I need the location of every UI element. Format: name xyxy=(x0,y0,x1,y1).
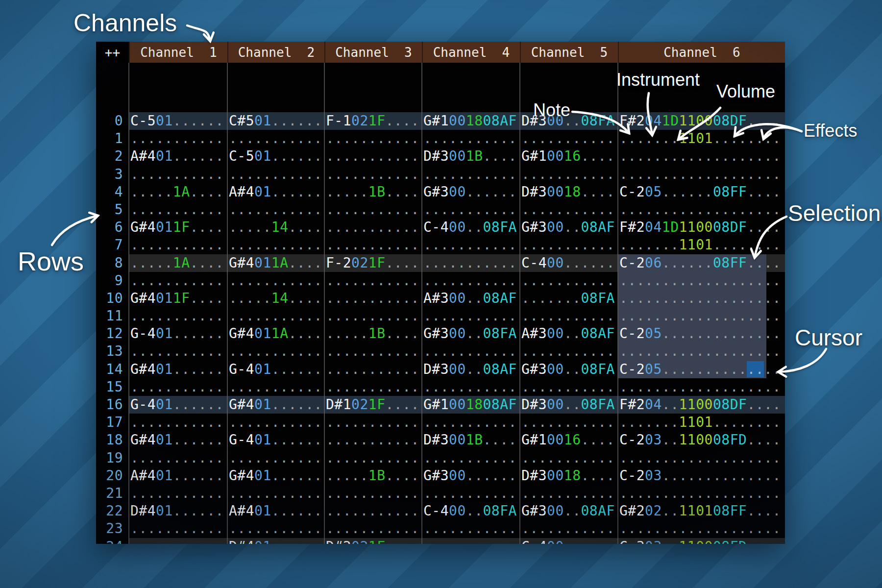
pattern-cell-ch1-row18[interactable]: G#401...... xyxy=(129,431,227,449)
pattern-cell-ch6-row21[interactable]: ................... xyxy=(618,485,785,502)
pattern-cell-ch2-row6[interactable]: .....14.... xyxy=(227,219,324,236)
pattern-cell-ch2-row5[interactable]: ........... xyxy=(227,201,324,219)
pattern-cell-ch4-row21[interactable]: ........... xyxy=(422,485,520,502)
pattern-cell-ch1-row21[interactable]: ........... xyxy=(129,485,227,502)
pattern-cell-ch6-row15[interactable]: ................... xyxy=(618,378,785,396)
channel-header-1[interactable]: Channel 1 xyxy=(129,42,227,63)
pattern-cell-ch6-row19[interactable]: ................... xyxy=(618,449,785,467)
pattern-cell-ch5-row20[interactable]: D#30018.... xyxy=(520,467,618,485)
pattern-cell-ch2-row7[interactable]: ........... xyxy=(227,236,324,254)
pattern-cell-ch6-row16[interactable]: F#204..110008DF.... xyxy=(618,396,785,414)
pattern-cell-ch3-row24[interactable]: D#2021F.... xyxy=(324,538,422,544)
pattern-cell-ch5-row0[interactable]: D#300..08FA xyxy=(520,112,618,130)
pattern-cell-ch3-row14[interactable]: ........... xyxy=(324,361,422,378)
pattern-cell-ch6-row24[interactable]: C-303..110008FD.... xyxy=(618,538,785,544)
pattern-cell-ch1-row4[interactable]: .....1A.... xyxy=(129,183,227,201)
pattern-cell-ch5-row14[interactable]: G#300..08FA xyxy=(520,361,618,378)
pattern-cell-ch6-row12[interactable]: C-205.............. xyxy=(618,325,785,343)
pattern-cell-ch5-row21[interactable]: ........... xyxy=(520,485,618,502)
pattern-cell-ch4-row17[interactable]: ........... xyxy=(422,414,520,431)
pattern-cell-ch5-row22[interactable]: G#300..08AF xyxy=(520,502,618,520)
pattern-cell-ch1-row13[interactable]: ........... xyxy=(129,343,227,360)
pattern-cell-ch4-row23[interactable]: ........... xyxy=(422,520,520,538)
pattern-cell-ch4-row3[interactable]: ........... xyxy=(422,166,520,183)
pattern-cell-ch1-row23[interactable]: ........... xyxy=(129,520,227,538)
pattern-cell-ch5-row10[interactable]: .......08FA xyxy=(520,290,618,307)
pattern-cell-ch3-row7[interactable]: ........... xyxy=(324,236,422,254)
pattern-cell-ch4-row13[interactable]: ........... xyxy=(422,343,520,360)
pattern-cell-ch1-row20[interactable]: A#401...... xyxy=(129,467,227,485)
pattern-cell-ch1-row5[interactable]: ........... xyxy=(129,201,227,219)
pattern-cell-ch2-row9[interactable]: ........... xyxy=(227,272,324,290)
pattern-cell-ch3-row16[interactable]: D#1021F.... xyxy=(324,396,422,414)
pattern-cell-ch3-row1[interactable]: ........... xyxy=(324,130,422,147)
pattern-cell-ch3-row19[interactable]: ........... xyxy=(324,449,422,467)
pattern-cell-ch3-row18[interactable]: ........... xyxy=(324,431,422,449)
pattern-cell-ch5-row4[interactable]: D#30018.... xyxy=(520,183,618,201)
pattern-cell-ch4-row16[interactable]: G#1001808AF xyxy=(422,396,520,414)
pattern-cell-ch4-row8[interactable]: ........... xyxy=(422,254,520,272)
pattern-cell-ch6-row10[interactable]: ................... xyxy=(618,290,785,307)
pattern-corner-button[interactable]: ++ xyxy=(96,42,129,63)
pattern-cell-ch3-row21[interactable]: ........... xyxy=(324,485,422,502)
pattern-cell-ch1-row1[interactable]: ........... xyxy=(129,130,227,147)
pattern-cell-ch4-row18[interactable]: D#3001B.... xyxy=(422,431,520,449)
pattern-cell-ch1-row11[interactable]: ........... xyxy=(129,307,227,325)
pattern-cell-ch4-row15[interactable]: ........... xyxy=(422,378,520,396)
pattern-cell-ch6-row3[interactable]: ................... xyxy=(618,166,785,183)
pattern-cell-ch3-row6[interactable]: ........... xyxy=(324,219,422,236)
pattern-cell-ch2-row16[interactable]: G#401...... xyxy=(227,396,324,414)
pattern-cell-ch2-row22[interactable]: A#401...... xyxy=(227,502,324,520)
channel-header-6[interactable]: Channel 6 xyxy=(618,42,785,63)
pattern-cell-ch4-row6[interactable]: C-400..08FA xyxy=(422,219,520,236)
pattern-cell-ch1-row7[interactable]: ........... xyxy=(129,236,227,254)
pattern-cell-ch3-row20[interactable]: .....1B.... xyxy=(324,467,422,485)
pattern-cell-ch3-row10[interactable]: ........... xyxy=(324,290,422,307)
pattern-cell-ch6-row11[interactable]: ................... xyxy=(618,307,785,325)
pattern-cell-ch5-row23[interactable]: ........... xyxy=(520,520,618,538)
pattern-cell-ch6-row5[interactable]: ................... xyxy=(618,201,785,219)
pattern-cell-ch6-row13[interactable]: ................... xyxy=(618,343,785,360)
pattern-cell-ch6-row14[interactable]: C-205.............. xyxy=(618,361,785,378)
pattern-cell-ch2-row2[interactable]: C-501...... xyxy=(227,147,324,165)
pattern-cell-ch1-row12[interactable]: G-401...... xyxy=(129,325,227,343)
pattern-cell-ch3-row11[interactable]: ........... xyxy=(324,307,422,325)
channel-header-5[interactable]: Channel 5 xyxy=(520,42,618,63)
pattern-cell-ch5-row9[interactable]: ........... xyxy=(520,272,618,290)
pattern-cell-ch5-row16[interactable]: D#300..08FA xyxy=(520,396,618,414)
pattern-cell-ch5-row2[interactable]: G#10016.... xyxy=(520,147,618,165)
pattern-cell-ch6-row18[interactable]: C-203..110008FD.... xyxy=(618,431,785,449)
pattern-cell-ch2-row23[interactable]: ........... xyxy=(227,520,324,538)
pattern-cell-ch5-row24[interactable]: C-400...... xyxy=(520,538,618,544)
pattern-cell-ch2-row19[interactable]: ........... xyxy=(227,449,324,467)
pattern-cell-ch4-row20[interactable]: G#300...... xyxy=(422,467,520,485)
pattern-cell-ch1-row16[interactable]: G-401...... xyxy=(129,396,227,414)
pattern-cell-ch5-row1[interactable]: ........... xyxy=(520,130,618,147)
pattern-cell-ch1-row6[interactable]: G#4011F.... xyxy=(129,219,227,236)
pattern-cell-ch5-row15[interactable]: ........... xyxy=(520,378,618,396)
pattern-cell-ch1-row3[interactable]: ........... xyxy=(129,166,227,183)
pattern-cell-ch5-row11[interactable]: ........... xyxy=(520,307,618,325)
pattern-cell-ch6-row7[interactable]: .......1101........ xyxy=(618,236,785,254)
pattern-cell-ch1-row10[interactable]: G#4011F.... xyxy=(129,290,227,307)
pattern-cell-ch1-row22[interactable]: D#401...... xyxy=(129,502,227,520)
pattern-cell-ch3-row15[interactable]: ........... xyxy=(324,378,422,396)
pattern-cell-ch5-row6[interactable]: G#300..08AF xyxy=(520,219,618,236)
pattern-cell-ch1-row15[interactable]: ........... xyxy=(129,378,227,396)
pattern-cell-ch3-row23[interactable]: ........... xyxy=(324,520,422,538)
pattern-cell-ch2-row11[interactable]: ........... xyxy=(227,307,324,325)
pattern-cell-ch2-row12[interactable]: G#4011A.... xyxy=(227,325,324,343)
pattern-cell-ch1-row9[interactable]: ........... xyxy=(129,272,227,290)
pattern-cell-ch5-row7[interactable]: ........... xyxy=(520,236,618,254)
pattern-cell-ch4-row5[interactable]: ........... xyxy=(422,201,520,219)
pattern-cell-ch6-row17[interactable]: .......1101........ xyxy=(618,414,785,431)
pattern-cell-ch3-row17[interactable]: ........... xyxy=(324,414,422,431)
pattern-cell-ch3-row22[interactable]: ........... xyxy=(324,502,422,520)
pattern-cell-ch6-row8[interactable]: C-206......08FF.... xyxy=(618,254,785,272)
pattern-cell-ch6-row23[interactable]: ................... xyxy=(618,520,785,538)
pattern-cell-ch4-row1[interactable]: ........... xyxy=(422,130,520,147)
pattern-cell-ch3-row13[interactable]: ........... xyxy=(324,343,422,360)
pattern-cell-ch6-row22[interactable]: G#202..110108FF.... xyxy=(618,502,785,520)
pattern-cell-ch6-row20[interactable]: C-203.............. xyxy=(618,467,785,485)
pattern-cell-ch2-row1[interactable]: ........... xyxy=(227,130,324,147)
